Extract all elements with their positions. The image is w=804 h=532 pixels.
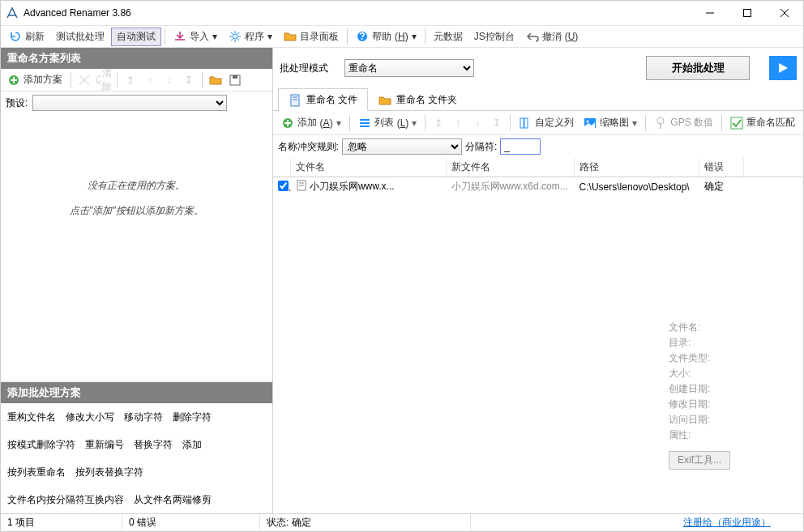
import-button[interactable]: 导入▾: [169, 28, 222, 45]
svg-marker-14: [779, 63, 788, 73]
methods-empty-area: 没有正在使用的方案。 点击"添加"按钮以添加新方案。: [1, 114, 272, 381]
file-tabs: 重命名 文件 重命名 文件夹: [273, 88, 803, 111]
move-down-button[interactable]: ↓: [469, 115, 485, 131]
method-link[interactable]: 修改大小写: [66, 408, 114, 426]
program-button[interactable]: 程序▾: [224, 28, 277, 45]
tab-rename-folders[interactable]: 重命名 文件夹: [368, 88, 468, 111]
method-link[interactable]: 按列表重命名: [7, 463, 66, 481]
left-panel: 重命名方案列表 添加方案 清除 ↥ ↑ ↓ ↧ 预设:: [1, 48, 273, 513]
thumbnails-button[interactable]: 缩略图▾: [580, 114, 640, 131]
add-method-button[interactable]: 添加方案: [4, 71, 66, 88]
method-link[interactable]: 按列表替换字符: [75, 463, 143, 481]
batch-mode-label: 批处理模式: [280, 62, 328, 75]
titlebar: Advanced Renamer 3.86: [1, 1, 803, 25]
svg-rect-22: [520, 118, 524, 128]
method-link[interactable]: 移动字符: [124, 408, 163, 426]
separator: [425, 115, 426, 131]
delete-method-button[interactable]: [76, 72, 92, 88]
move-bottom-button[interactable]: ↧: [489, 115, 505, 131]
open-folder-button[interactable]: [207, 72, 224, 88]
info-filetype: 文件类型:: [669, 351, 798, 366]
info-attrs: 属性:: [669, 428, 798, 443]
move-top-button[interactable]: ↥: [122, 72, 139, 88]
minimize-button[interactable]: [691, 1, 729, 25]
col-error[interactable]: 错误: [699, 158, 744, 177]
method-link[interactable]: 按模式删除字符: [7, 436, 75, 453]
auto-test-button[interactable]: 自动测试: [111, 28, 161, 46]
col-newname[interactable]: 新文件名: [447, 158, 575, 177]
svg-point-10: [96, 76, 100, 84]
add-methods-section: 添加批处理方案 重构文件名修改大小写移动字符删除字符按模式删除字符重新编号替换字…: [1, 381, 272, 513]
batch-mode-select[interactable]: 重命名: [344, 59, 474, 77]
method-link[interactable]: 从文件名两端修剪: [134, 491, 212, 509]
app-icon: [6, 6, 19, 19]
maximize-button[interactable]: [729, 1, 766, 25]
image-icon: [584, 117, 597, 130]
move-down-button[interactable]: ↓: [161, 72, 177, 88]
info-filename: 文件名:: [669, 320, 798, 335]
file-toolbar: 添加 (A)▾ 列表 (L)▾ ↥ ↑ ↓ ↧ 自定义列 缩略图▾: [273, 111, 803, 135]
separator: [425, 28, 426, 45]
method-link[interactable]: 替换字符: [134, 436, 173, 453]
method-link[interactable]: 重构文件名: [7, 408, 56, 426]
refresh-button[interactable]: 刷新: [4, 28, 49, 45]
rename-match-button[interactable]: 重命名匹配: [727, 114, 798, 131]
list-button[interactable]: 列表 (L)▾: [355, 114, 421, 131]
table-row[interactable]: 小刀娱乐网www.x...小刀娱乐网www.x6d.com...C:\Users…: [273, 177, 803, 196]
svg-point-25: [587, 120, 589, 122]
main-toolbar: 刷新 测试批处理 自动测试 导入▾ 程序▾ 目录面板 ? 帮助 (H)▾ 元数据…: [1, 25, 803, 48]
methods-toolbar: 添加方案 清除 ↥ ↑ ↓ ↧: [1, 69, 272, 92]
file-table: 文件名 新文件名 路径 错误 小刀娱乐网www.x...小刀娱乐网www.x6d…: [273, 158, 803, 513]
save-button[interactable]: [227, 72, 243, 88]
separator: [645, 115, 646, 131]
move-top-button[interactable]: ↥: [430, 115, 447, 131]
col-filename[interactable]: 文件名: [291, 158, 447, 177]
conflict-select[interactable]: 忽略: [342, 138, 462, 155]
check-icon: [730, 117, 743, 130]
col-checkbox[interactable]: [273, 158, 291, 177]
method-link[interactable]: 删除字符: [173, 408, 212, 426]
separator: [117, 72, 118, 88]
separator: [202, 72, 203, 88]
preset-select[interactable]: [32, 95, 227, 111]
window-controls: [691, 1, 803, 25]
separator: [510, 115, 511, 131]
start-batch-button[interactable]: 开始批处理: [646, 56, 750, 80]
help-icon: ?: [356, 30, 369, 43]
info-dir: 目录:: [669, 335, 798, 351]
svg-point-4: [233, 34, 237, 39]
add-files-button[interactable]: 添加 (A)▾: [278, 114, 344, 131]
custom-columns-button[interactable]: 自定义列: [515, 114, 577, 131]
status-items: 1 项目: [1, 514, 122, 531]
tab-rename-files[interactable]: 重命名 文件: [278, 88, 368, 111]
svg-rect-13: [233, 75, 237, 79]
dir-panel-button[interactable]: 目录面板: [279, 28, 344, 45]
exif-tool-button[interactable]: Exif工具...: [669, 451, 730, 470]
metadata-button[interactable]: 元数据: [429, 28, 468, 45]
file-icon: [296, 180, 307, 191]
batch-mode-row: 批处理模式 重命名 开始批处理: [273, 48, 803, 88]
statusbar: 1 项目 0 错误 状态: 确定 注册给（商业用途）: [1, 513, 803, 531]
move-up-button[interactable]: ↑: [142, 72, 158, 88]
window-title: Advanced Renamer 3.86: [24, 7, 691, 19]
method-link[interactable]: 添加: [182, 436, 202, 453]
move-up-button[interactable]: ↑: [450, 115, 466, 131]
play-button[interactable]: [769, 56, 797, 80]
js-console-button[interactable]: JS控制台: [469, 28, 520, 45]
method-link[interactable]: 文件名内按分隔符互换内容: [7, 491, 124, 509]
undo-button[interactable]: 撤消 (U): [521, 28, 584, 45]
list-icon: [358, 117, 371, 130]
register-link[interactable]: 注册给（商业用途）: [677, 514, 803, 531]
separator: [71, 72, 71, 88]
help-button[interactable]: ? 帮助 (H)▾: [351, 28, 421, 45]
method-link[interactable]: 重新编号: [85, 436, 124, 453]
gps-button[interactable]: GPS 数值: [651, 114, 716, 131]
close-button[interactable]: [766, 1, 803, 25]
col-path[interactable]: 路径: [575, 158, 699, 177]
svg-rect-1: [744, 10, 751, 17]
row-checkbox[interactable]: [278, 181, 289, 191]
separator-input[interactable]: [500, 138, 541, 155]
test-batch-button[interactable]: 测试批处理: [51, 28, 109, 45]
clear-methods-button[interactable]: 清除: [96, 72, 112, 88]
move-bottom-button[interactable]: ↧: [181, 72, 197, 88]
